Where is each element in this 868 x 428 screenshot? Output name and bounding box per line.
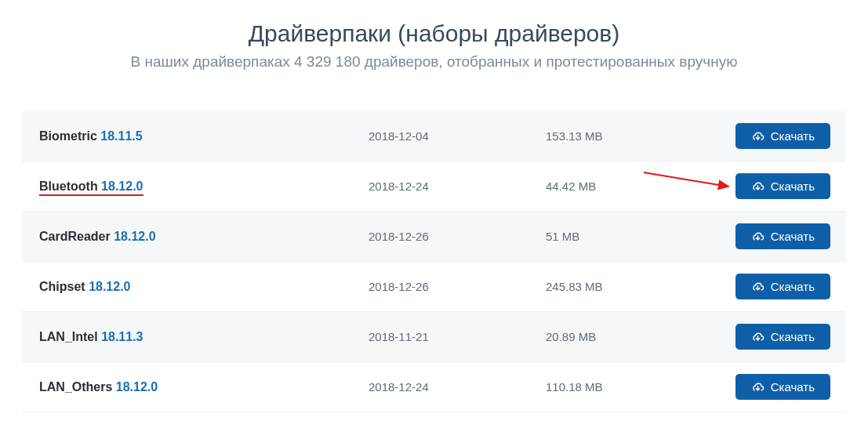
driver-name-cell: Biometric 18.11.5 — [39, 129, 369, 143]
download-button-label: Скачать — [771, 330, 815, 343]
download-button-label: Скачать — [771, 380, 815, 394]
driver-name-cell: Bluetooth 18.12.0 — [39, 180, 369, 194]
driver-name: Chipset — [39, 280, 85, 293]
driver-name: LAN_Intel — [39, 330, 98, 343]
download-button-label: Скачать — [771, 280, 815, 293]
table-row: LAN_Others 18.12.02018-12-24110.18 MB Ск… — [22, 362, 846, 412]
driver-name: Biometric — [39, 129, 97, 143]
download-button[interactable]: Скачать — [735, 374, 830, 400]
driver-date: 2018-11-21 — [369, 330, 546, 343]
download-button-label: Скачать — [771, 230, 815, 243]
driver-date: 2018-12-26 — [369, 230, 546, 243]
table-row: LAN_Intel 18.11.32018-11-2120.89 MB Скач… — [22, 312, 846, 362]
driver-link[interactable]: Bluetooth 18.12.0 — [39, 180, 143, 196]
cloud-download-icon — [751, 230, 764, 243]
download-cell: Скачать — [735, 223, 830, 249]
driver-version: 18.11.3 — [101, 330, 143, 343]
download-cell: Скачать — [735, 173, 830, 199]
download-button[interactable]: Скачать — [735, 223, 830, 249]
cloud-download-icon — [751, 280, 764, 293]
driver-name-cell: LAN_Others 18.12.0 — [39, 380, 369, 394]
table-row: Biometric 18.11.52018-12-04153.13 MB Ска… — [22, 111, 846, 161]
driver-size: 245.83 MB — [546, 280, 735, 293]
driver-version: 18.12.0 — [114, 230, 155, 243]
cloud-download-icon — [751, 129, 764, 143]
download-button-label: Скачать — [771, 180, 815, 193]
driver-link[interactable]: Biometric 18.11.5 — [39, 129, 143, 143]
table-row: CardReader 18.12.02018-12-2651 MB Скачат… — [22, 212, 846, 262]
cloud-download-icon — [751, 330, 764, 343]
download-cell: Скачать — [735, 324, 830, 350]
table-row: Chipset 18.12.02018-12-26245.83 MB Скача… — [22, 262, 846, 312]
driver-size: 110.18 MB — [546, 380, 735, 394]
driver-size: 44.42 MB — [546, 180, 735, 193]
page-title: Драйверпаки (наборы драйверов) — [22, 20, 846, 47]
driver-table: Biometric 18.11.52018-12-04153.13 MB Ска… — [22, 111, 846, 412]
driver-version: 18.11.5 — [100, 129, 142, 143]
driver-version: 18.12.0 — [101, 180, 143, 193]
driver-name-cell: LAN_Intel 18.11.3 — [39, 330, 369, 344]
driver-link[interactable]: LAN_Others 18.12.0 — [39, 380, 158, 394]
table-row: Bluetooth 18.12.02018-12-2444.42 MB Скач… — [22, 161, 846, 212]
driver-link[interactable]: LAN_Intel 18.11.3 — [39, 330, 143, 343]
download-cell: Скачать — [735, 374, 830, 400]
driver-date: 2018-12-24 — [369, 380, 546, 394]
driver-date: 2018-12-04 — [369, 129, 546, 143]
driver-date: 2018-12-26 — [369, 280, 546, 293]
driver-link[interactable]: Chipset 18.12.0 — [39, 280, 131, 293]
page-subtitle: В наших драйверпаках 4 329 180 драйверов… — [22, 53, 846, 71]
download-cell: Скачать — [735, 274, 830, 299]
driver-name: CardReader — [39, 230, 111, 243]
cloud-download-icon — [751, 180, 764, 193]
driver-date: 2018-12-24 — [369, 180, 546, 193]
download-button[interactable]: Скачать — [735, 173, 830, 199]
download-button[interactable]: Скачать — [735, 324, 830, 350]
download-cell: Скачать — [735, 123, 830, 149]
driver-size: 20.89 MB — [546, 330, 735, 343]
driver-version: 18.12.0 — [89, 280, 130, 293]
driver-name-cell: Chipset 18.12.0 — [39, 280, 369, 294]
driver-name-cell: CardReader 18.12.0 — [39, 230, 369, 244]
download-button-label: Скачать — [771, 129, 815, 143]
driver-name: LAN_Others — [39, 380, 112, 394]
driver-size: 153.13 MB — [546, 129, 735, 143]
driver-link[interactable]: CardReader 18.12.0 — [39, 230, 156, 243]
driver-version: 18.12.0 — [116, 380, 158, 394]
driver-size: 51 MB — [546, 230, 735, 243]
driver-name: Bluetooth — [39, 180, 98, 193]
download-button[interactable]: Скачать — [735, 274, 830, 299]
download-button[interactable]: Скачать — [735, 123, 830, 149]
cloud-download-icon — [751, 380, 764, 394]
